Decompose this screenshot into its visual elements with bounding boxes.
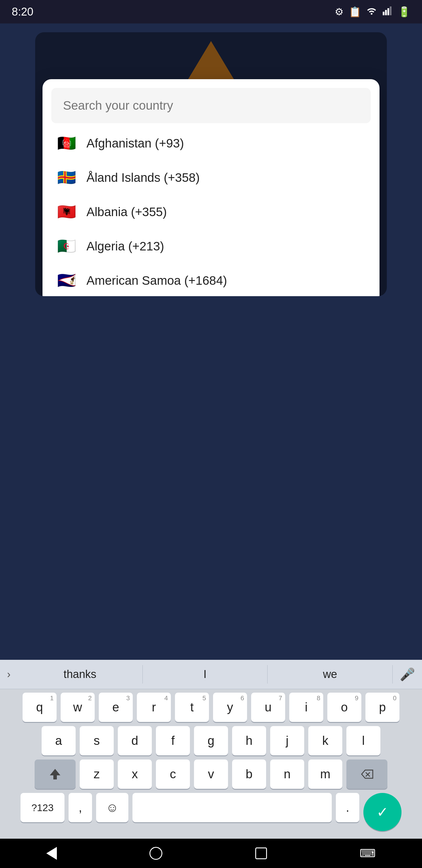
key-w[interactable]: 2w <box>61 693 95 722</box>
country-flag: 🇦🇱 <box>57 203 78 221</box>
suggestion-i[interactable]: I <box>143 665 268 684</box>
search-input[interactable] <box>51 88 371 123</box>
wifi-icon <box>366 5 377 18</box>
key-row-1: 1q2w3e4r5t6y7u8i9o0p <box>2 693 420 722</box>
battery-icon: 🔋 <box>398 6 410 18</box>
country-item[interactable]: 🇩🇿Algeria (+213) <box>51 229 371 264</box>
symbol-key[interactable]: ?123 <box>21 793 64 822</box>
key-f[interactable]: f <box>156 726 190 755</box>
key-l[interactable]: l <box>347 726 380 755</box>
country-item[interactable]: 🇦🇫Afghanistan (+93) <box>51 126 371 160</box>
key-y[interactable]: 6y <box>213 693 247 722</box>
signal-icon <box>382 5 393 18</box>
svg-rect-2 <box>387 8 389 15</box>
key-h[interactable]: h <box>232 726 266 755</box>
svg-rect-0 <box>383 12 385 15</box>
key-d[interactable]: d <box>118 726 152 755</box>
key-o[interactable]: 9o <box>327 693 361 722</box>
key-c[interactable]: c <box>156 760 190 789</box>
country-flag: 🇩🇿 <box>57 237 78 255</box>
status-bar: 8:20 ⚙ 📋 🔋 <box>0 0 422 24</box>
keyboard-area: › thanks I we 🎤 1q2w3e4r5t6y7u8i9o0p asd… <box>0 660 422 839</box>
emoji-key[interactable]: ☺ <box>96 793 128 822</box>
suggestions-bar: › thanks I we 🎤 <box>0 660 422 689</box>
key-m[interactable]: m <box>308 760 342 789</box>
svg-rect-3 <box>390 6 392 15</box>
key-r[interactable]: 4r <box>137 693 171 722</box>
keyboard-rows: 1q2w3e4r5t6y7u8i9o0p asdfghjkl zxcvbnm <box>0 689 422 839</box>
country-name: Åland Islands (+358) <box>87 170 200 185</box>
comma-key[interactable]: , <box>69 793 92 822</box>
key-v[interactable]: v <box>194 760 228 789</box>
country-flag: 🇦🇸 <box>57 272 78 289</box>
enter-key[interactable]: ✓ <box>363 793 401 831</box>
status-time: 8:20 <box>12 6 33 18</box>
country-name: American Samoa (+1684) <box>87 274 227 288</box>
home-button[interactable] <box>150 847 162 860</box>
status-icons: ⚙ 📋 🔋 <box>335 5 410 18</box>
key-g[interactable]: g <box>194 726 228 755</box>
app-card: 🇦🇫Afghanistan (+93)🇦🇽Åland Islands (+358… <box>35 32 387 296</box>
key-t[interactable]: 5t <box>175 693 209 722</box>
key-j[interactable]: j <box>270 726 304 755</box>
recents-button[interactable] <box>255 847 267 859</box>
key-x[interactable]: x <box>118 760 152 789</box>
navigation-bar: ⌨ <box>0 839 422 868</box>
settings-icon: ⚙ <box>335 6 344 18</box>
svg-rect-1 <box>385 10 387 15</box>
key-n[interactable]: n <box>270 760 304 789</box>
key-p[interactable]: 0p <box>365 693 399 722</box>
key-b[interactable]: b <box>232 760 266 789</box>
country-name: Albania (+355) <box>87 205 167 219</box>
key-z[interactable]: z <box>80 760 114 789</box>
key-a[interactable]: a <box>42 726 75 755</box>
key-row-bottom: ?123 , ☺ . ✓ <box>2 793 420 831</box>
country-item[interactable]: 🇦🇱Albania (+355) <box>51 195 371 229</box>
key-row-2: asdfghjkl <box>2 726 420 755</box>
shift-key[interactable] <box>35 760 75 789</box>
period-key[interactable]: . <box>336 793 359 822</box>
key-s[interactable]: s <box>80 726 114 755</box>
country-item[interactable]: 🇦🇸American Samoa (+1684) <box>51 264 371 296</box>
suggestion-thanks[interactable]: thanks <box>18 665 143 684</box>
back-button[interactable] <box>46 847 57 860</box>
key-k[interactable]: k <box>308 726 342 755</box>
country-flag: 🇦🇫 <box>57 134 78 152</box>
suggestion-we[interactable]: we <box>267 665 393 684</box>
key-e[interactable]: 3e <box>99 693 133 722</box>
country-flag: 🇦🇽 <box>57 168 78 186</box>
expand-suggestions-icon[interactable]: › <box>0 668 18 681</box>
country-item[interactable]: 🇦🇽Åland Islands (+358) <box>51 160 371 195</box>
country-list: 🇦🇫Afghanistan (+93)🇦🇽Åland Islands (+358… <box>51 126 371 296</box>
key-i[interactable]: 8i <box>289 693 323 722</box>
clipboard-icon: 📋 <box>349 6 361 18</box>
key-u[interactable]: 7u <box>251 693 285 722</box>
key-q[interactable]: 1q <box>23 693 57 722</box>
space-key[interactable] <box>132 793 332 822</box>
country-name: Algeria (+213) <box>87 239 164 253</box>
backspace-key[interactable] <box>347 760 387 789</box>
country-name: Afghanistan (+93) <box>87 136 184 150</box>
country-search-modal: 🇦🇫Afghanistan (+93)🇦🇽Åland Islands (+358… <box>42 79 380 296</box>
keyboard-button[interactable]: ⌨ <box>360 847 376 860</box>
mic-icon[interactable]: 🎤 <box>393 667 422 682</box>
key-row-3: zxcvbnm <box>2 760 420 789</box>
